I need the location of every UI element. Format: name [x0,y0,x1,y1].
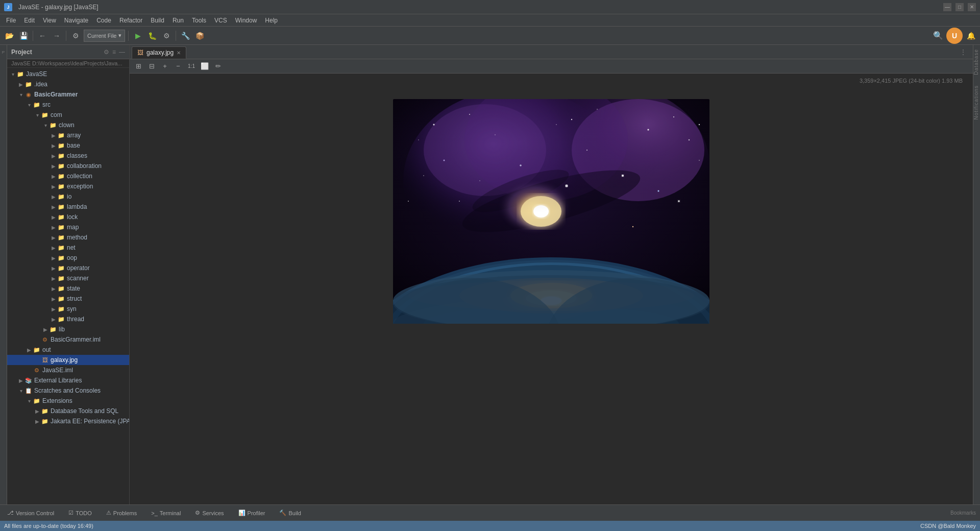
tree-item-database-tools[interactable]: ▶ 📁 Database Tools and SQL [7,406,129,416]
notifications-panel-label[interactable]: Notifications [973,85,980,119]
zoom-in-button[interactable]: + [159,61,170,72]
tree-item-scanner[interactable]: ▶ 📁 scanner [7,273,129,283]
expand-arrow[interactable]: ▶ [50,174,57,179]
expand-arrow[interactable]: ▾ [26,398,33,404]
menu-code[interactable]: Code [92,16,115,25]
menu-help[interactable]: Help [261,16,282,25]
expand-arrow[interactable]: ▶ [50,317,57,322]
menu-navigate[interactable]: Navigate [60,16,92,25]
fit-window-button[interactable]: ⊞ [133,61,144,72]
expand-arrow[interactable]: ▾ [34,112,41,118]
image-viewer[interactable]: 3,359×2,415 JPEG (24-bit color) 1.93 MB [130,74,973,504]
title-bar-controls[interactable]: — □ ✕ [943,3,976,11]
tree-item-classes[interactable]: ▶ 📁 classes [7,151,129,161]
expand-arrow[interactable]: ▶ [50,184,57,189]
menu-view[interactable]: View [39,16,60,25]
expand-arrow[interactable]: ▶ [50,276,57,281]
save-button[interactable]: 💾 [17,30,30,42]
tree-item-out[interactable]: ▶ 📁 out [7,345,129,355]
tree-item-oop[interactable]: ▶ 📁 oop [7,253,129,263]
tree-item-basicgrammer[interactable]: ▾ ◉ BasicGrammer [7,89,129,100]
back-button[interactable]: ← [36,30,48,42]
tree-item-base[interactable]: ▶ 📁 base [7,140,129,151]
tab-todo[interactable]: ☑ TODO [65,509,95,517]
close-button[interactable]: ✕ [968,3,976,11]
expand-arrow[interactable]: ▶ [50,143,57,149]
expand-arrow[interactable]: ▾ [17,388,24,394]
tree-item-syn[interactable]: ▶ 📁 syn [7,304,129,314]
tab-galaxy-jpg[interactable]: 🖼 galaxy.jpg ✕ [132,46,186,59]
tab-profiler[interactable]: 📊 Profiler [235,509,268,517]
project-strip-icon[interactable]: P [1,47,7,57]
menu-window[interactable]: Window [231,16,261,25]
tree-item-state[interactable]: ▶ 📁 state [7,283,129,294]
tab-close-button[interactable]: ✕ [177,50,181,56]
tree-item-operator[interactable]: ▶ 📁 operator [7,263,129,273]
actual-size-button[interactable]: 1:1 [186,61,197,72]
fit-content-button[interactable]: ⊟ [146,61,157,72]
open-button[interactable]: 📂 [3,30,15,42]
debug-button[interactable]: 🐛 [146,30,158,42]
expand-arrow[interactable]: ▶ [50,194,57,200]
tree-item-javase[interactable]: ▾ 📁 JavaSE [7,69,129,79]
tab-version-control[interactable]: ⎇ Version Control [4,509,57,517]
expand-arrow[interactable]: ▶ [34,419,41,424]
panel-sort-icon[interactable]: ≡ [112,49,116,56]
tree-item-thread[interactable]: ▶ 📁 thread [7,314,129,324]
menu-refactor[interactable]: Refactor [115,16,146,25]
tree-item-src[interactable]: ▾ 📁 src [7,100,129,110]
menu-run[interactable]: Run [168,16,188,25]
database-panel-label[interactable]: Database [973,49,980,75]
tree-item-lock[interactable]: ▶ 📁 lock [7,212,129,222]
menu-tools[interactable]: Tools [188,16,210,25]
sdk-button[interactable]: 📦 [193,30,206,42]
tree-item-jakarta[interactable]: ▶ 📁 Jakarta EE: Persistence (JPA) [7,416,129,426]
menu-build[interactable]: Build [146,16,168,25]
run-button[interactable]: ▶ [132,30,144,42]
tree-item-extensions[interactable]: ▾ 📁 Extensions [7,396,129,406]
tab-more-button[interactable]: ⋮ [955,48,971,56]
tree-item-io[interactable]: ▶ 📁 io [7,191,129,202]
tree-item-net[interactable]: ▶ 📁 net [7,243,129,253]
tree-item-exception[interactable]: ▶ 📁 exception [7,181,129,191]
tree-item-collaboration[interactable]: ▶ 📁 collaboration [7,161,129,171]
expand-arrow[interactable]: ▶ [17,82,24,87]
current-file-dropdown[interactable]: Current File ▾ [84,30,125,42]
expand-arrow[interactable]: ▶ [26,347,33,353]
expand-arrow[interactable]: ▶ [50,214,57,220]
expand-arrow[interactable]: ▶ [50,286,57,292]
notifications-button[interactable]: 🔔 [965,30,977,42]
toggle-frame-button[interactable]: ⬜ [199,61,210,72]
panel-collapse-icon[interactable]: — [119,49,125,56]
tree-item-collection[interactable]: ▶ 📁 collection [7,171,129,181]
user-avatar[interactable]: U [946,28,963,44]
tree-item-basicgrammer-iml[interactable]: ⚙ BasicGrammer.iml [7,334,129,345]
expand-arrow[interactable]: ▶ [50,235,57,240]
expand-arrow[interactable]: ▶ [50,255,57,261]
tab-services[interactable]: ⚙ Services [192,509,227,517]
expand-arrow[interactable]: ▶ [50,133,57,138]
expand-arrow[interactable]: ▶ [34,408,41,414]
tree-item-clown[interactable]: ▾ 📁 clown [7,120,129,130]
tab-terminal[interactable]: >_ Terminal [148,509,184,517]
build-button[interactable]: ⚙ [160,30,173,42]
expand-arrow[interactable]: ▾ [42,123,49,128]
expand-arrow[interactable]: ▶ [50,153,57,159]
tree-item-map[interactable]: ▶ 📁 map [7,222,129,232]
run-config-button[interactable]: ⚙ [69,30,82,42]
zoom-out-button[interactable]: − [173,61,184,72]
tree-item-idea[interactable]: ▶ 📁 .idea [7,79,129,89]
tree-item-galaxy-jpg[interactable]: 🖼 galaxy.jpg [7,355,129,365]
search-everywhere-button[interactable]: 🔍 [932,30,944,42]
expand-arrow[interactable]: ▶ [50,163,57,169]
menu-file[interactable]: File [2,16,20,25]
expand-arrow[interactable]: ▶ [50,204,57,210]
expand-arrow[interactable]: ▶ [50,225,57,230]
menu-edit[interactable]: Edit [20,16,39,25]
tree-item-struct[interactable]: ▶ 📁 struct [7,294,129,304]
expand-arrow[interactable]: ▶ [50,266,57,271]
expand-arrow[interactable]: ▾ [26,102,33,108]
expand-arrow[interactable]: ▶ [50,306,57,312]
forward-button[interactable]: → [51,30,63,42]
expand-arrow[interactable]: ▶ [17,378,24,383]
